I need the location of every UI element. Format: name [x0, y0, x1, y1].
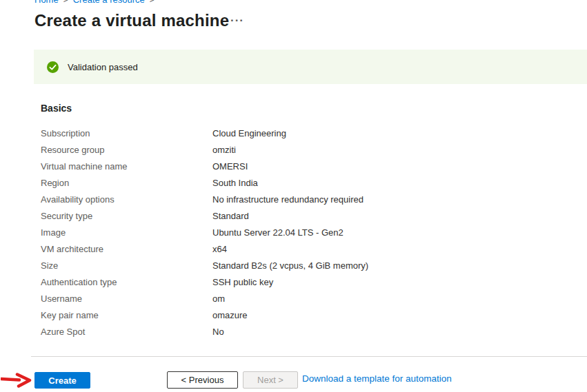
basics-summary: Subscription Cloud Engineering Resource …: [41, 125, 580, 340]
download-template-link[interactable]: Download a template for automation: [302, 373, 452, 384]
field-value: SSH public key: [212, 277, 273, 287]
page-title: Create a virtual machine: [34, 11, 229, 30]
field-label: Subscription: [41, 128, 212, 138]
more-options-icon[interactable]: ···: [230, 14, 244, 28]
field-value: om: [212, 293, 225, 304]
table-row: Virtual machine name OMERSI: [41, 158, 580, 174]
field-label: Size: [41, 260, 212, 271]
field-value: Standard B2s (2 vcpus, 4 GiB memory): [212, 260, 368, 271]
field-label: Azure Spot: [41, 327, 212, 337]
breadcrumb-separator: >: [150, 0, 155, 5]
table-row: Security type Standard: [41, 207, 580, 224]
create-button[interactable]: Create: [34, 372, 90, 389]
field-value: South India: [212, 178, 258, 188]
table-row: Image Ubuntu Server 22.04 LTS - Gen2: [41, 224, 580, 240]
field-label: Virtual machine name: [41, 161, 212, 172]
field-label: Security type: [41, 211, 212, 221]
field-label: Image: [41, 227, 212, 238]
table-row: Subscription Cloud Engineering: [41, 125, 580, 141]
field-value: omazure: [212, 310, 248, 320]
field-value: OMERSI: [212, 161, 248, 172]
field-label: VM architecture: [41, 244, 212, 254]
validation-banner-text: Validation passed: [68, 62, 138, 72]
field-value: omziti: [212, 145, 236, 155]
table-row: Resource group omziti: [41, 141, 580, 158]
field-value: No infrastructure redundancy required: [212, 194, 364, 205]
field-value: Ubuntu Server 22.04 LTS - Gen2: [212, 227, 344, 238]
table-row: VM architecture x64: [41, 240, 580, 257]
next-button: Next >: [243, 371, 298, 389]
field-value: Standard: [212, 211, 249, 221]
field-value: No: [212, 327, 224, 337]
breadcrumb-separator: >: [63, 0, 68, 5]
validation-banner: Validation passed: [34, 50, 587, 84]
table-row: Authentication type SSH public key: [41, 274, 580, 290]
success-check-icon: [47, 61, 59, 73]
field-label: Authentication type: [41, 277, 212, 287]
table-row: Region South India: [41, 174, 580, 191]
breadcrumb-home-link[interactable]: Home: [34, 0, 59, 5]
section-title-basics: Basics: [41, 103, 72, 114]
field-value: x64: [212, 244, 227, 254]
breadcrumb: Home>Create a resource>: [34, 0, 159, 5]
table-row: Username om: [41, 290, 580, 307]
previous-button[interactable]: < Previous: [167, 371, 238, 389]
field-label: Key pair name: [41, 310, 212, 320]
footer-divider: [31, 356, 587, 357]
create-vm-page: Home>Create a resource> Create a virtual…: [0, 0, 587, 392]
field-label: Username: [41, 293, 212, 304]
field-label: Resource group: [41, 145, 212, 155]
breadcrumb-create-resource-link[interactable]: Create a resource: [73, 0, 145, 5]
field-label: Availability options: [41, 194, 212, 205]
table-row: Key pair name omazure: [41, 307, 580, 323]
field-label: Region: [41, 178, 212, 188]
table-row: Availability options No infrastructure r…: [41, 191, 580, 207]
table-row: Azure Spot No: [41, 323, 580, 340]
field-value: Cloud Engineering: [212, 128, 286, 138]
table-row: Size Standard B2s (2 vcpus, 4 GiB memory…: [41, 257, 580, 274]
red-arrow-annotation-icon: [1, 373, 32, 388]
